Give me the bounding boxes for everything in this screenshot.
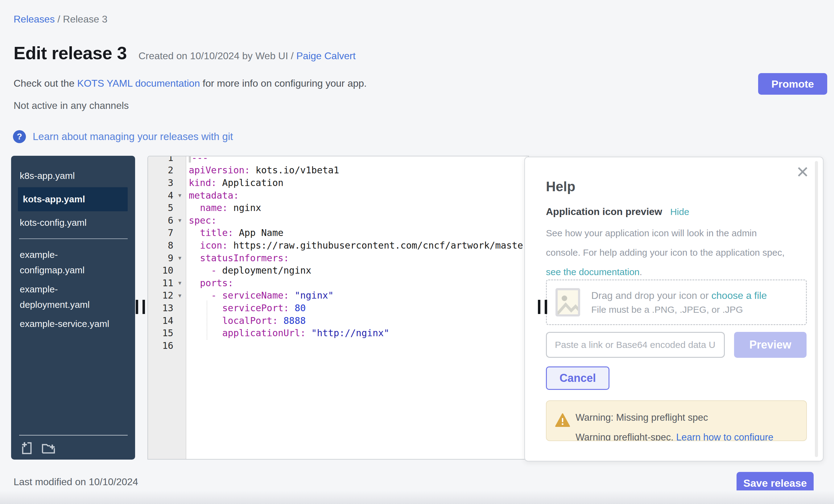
code-line-3: 3kind: Application [148,176,528,189]
line-number: 12 [148,290,173,301]
sidebar-resize-handle[interactable] [136,300,145,314]
dropzone-pre: Drag and drop your icon or [591,290,711,301]
line-number: 6 [148,215,173,226]
line-number: 1 [148,156,173,163]
desc-pre: See how your application icon will look … [546,228,785,258]
code-line-10: 10 - deployment/nginx [148,264,528,277]
warning-icon [555,413,570,428]
add-folder-icon[interactable] [41,441,56,455]
code-content[interactable]: applicationUrl: "http://nginx" [186,328,389,338]
code-content[interactable]: kind: Application [186,177,283,188]
code-line-13: 13 servicePort: 80 [148,302,528,314]
kots-docs-link[interactable]: KOTS YAML documentation [77,78,200,89]
file-tree-item-kots-app.yaml[interactable]: kots-app.yaml [18,187,128,211]
file-tree-item-kots-config.yaml[interactable]: kots-config.yaml [11,215,135,231]
code-line-14: 14 localPort: 8888 [148,314,528,327]
hide-link[interactable]: Hide [670,207,689,217]
code-content[interactable]: metadata: [186,190,239,201]
code-content[interactable]: name: nginx [186,202,261,213]
warning-subtext-pre: Warning preflight-spec. [575,432,676,441]
line-number: 9 [148,253,173,263]
fold-arrow-icon[interactable]: ▾ [173,254,186,262]
help-panel-scrollbar[interactable] [815,161,818,457]
line-number: 4 [148,190,173,201]
help-panel-resize-handle[interactable] [538,300,547,314]
git-releases-link[interactable]: Learn about managing your releases with … [33,131,233,143]
warning-text: Warning: Missing preflight spec [575,412,708,423]
code-line-1: 1--- [148,156,528,164]
learn-configure-link[interactable]: Learn how to configure [676,432,773,441]
code-line-4: 4▾metadata: [148,189,528,202]
last-modified-text: Last modified on 10/10/2024 [14,476,138,488]
help-title: Help [546,179,575,194]
line-number: 15 [148,328,173,338]
icon-preview-description: See how your application icon will look … [546,223,790,282]
dropzone-main-text: Drag and drop your icon or choose a file [591,290,767,301]
yaml-editor[interactable]: 1---2apiVersion: kots.io/v1beta13kind: A… [148,156,529,460]
image-placeholder-icon [555,288,580,316]
choose-file-link[interactable]: choose a file [711,290,767,301]
code-line-16: 16 [148,339,528,352]
text-cursor [189,156,191,162]
file-tree-item-example-configmap.yaml[interactable]: example-configmap.yaml [11,247,135,278]
code-content[interactable]: --- [186,156,208,163]
file-tree-item-example-service.yaml[interactable]: example-service.yaml [11,316,135,332]
code-content[interactable]: - deployment/nginx [186,265,311,276]
code-content[interactable]: title: App Name [186,227,283,238]
fold-arrow-icon[interactable]: ▾ [173,217,186,224]
promote-button[interactable]: Promote [758,73,827,95]
code-content[interactable]: icon: https://raw.githubusercontent.com/… [186,240,529,251]
code-content[interactable]: spec: [186,215,217,226]
indent-guide [207,301,207,339]
code-line-12: 12▾ - serviceName: "nginx" [148,289,528,302]
file-group-divider [19,238,128,239]
warning-subtext: Warning preflight-spec. Learn how to con… [575,432,773,441]
channel-status: Not active in any channels [14,100,129,111]
icon-url-input[interactable] [546,332,725,358]
breadcrumb-separator: / [57,14,63,25]
preview-button[interactable]: Preview [734,332,807,358]
code-content[interactable]: statusInformers: [186,253,289,263]
code-content[interactable]: ports: [186,278,234,288]
dropzone-sub-text: File must be a .PNG, .JPEG, or .JPG [591,304,767,315]
close-icon[interactable]: ✕ [796,164,809,180]
code-line-8: 8 icon: https://raw.githubusercontent.co… [148,239,528,252]
line-number: 2 [148,165,173,176]
page-title: Edit release 3 [14,43,127,63]
author-link[interactable]: Paige Calvert [297,50,356,61]
line-number: 16 [148,340,173,351]
file-tree-item-k8s-app.yaml[interactable]: k8s-app.yaml [11,168,135,183]
line-number: 11 [148,278,173,288]
code-content[interactable]: servicePort: 80 [186,303,306,313]
sidebar-divider [19,435,128,436]
add-file-icon[interactable] [20,441,34,455]
file-tree-item-example-deployment.yaml[interactable]: example-deployment.yaml [11,282,135,312]
docs-info-pre: Check out the [14,78,77,89]
fold-arrow-icon[interactable]: ▾ [173,192,186,199]
line-number: 7 [148,227,173,238]
bottom-fade [0,490,834,504]
code-line-6: 6▾spec: [148,214,528,227]
see-documentation-link[interactable]: see the documentation [546,267,640,277]
created-text: Created on 10/10/2024 by Web UI / [138,50,297,61]
icon-preview-title: Application icon preview [546,206,662,217]
fold-arrow-icon[interactable]: ▾ [173,292,186,299]
docs-info-post: for more info on configuring your app. [200,78,367,89]
line-number: 8 [148,240,173,251]
fold-arrow-icon[interactable]: ▾ [173,279,186,287]
breadcrumb-releases-link[interactable]: Releases [14,14,54,25]
code-line-7: 7 title: App Name [148,227,528,239]
line-number: 14 [148,315,173,326]
line-number: 10 [148,265,173,276]
code-line-2: 2apiVersion: kots.io/v1beta1 [148,164,528,177]
cancel-button[interactable]: Cancel [546,367,610,390]
code-content[interactable]: localPort: 8888 [186,315,306,326]
breadcrumb-current: Release 3 [63,14,107,25]
help-panel: ✕ Help Application icon preview Hide See… [524,157,824,461]
created-info: Created on 10/10/2024 by Web UI / Paige … [138,50,356,62]
icon-dropzone[interactable]: Drag and drop your icon or choose a file… [546,280,807,325]
desc-post: . [640,267,642,277]
code-line-15: 15 applicationUrl: "http://nginx" [148,327,528,339]
code-content[interactable]: apiVersion: kots.io/v1beta1 [186,165,339,176]
code-content[interactable]: - serviceName: "nginx" [186,290,334,301]
